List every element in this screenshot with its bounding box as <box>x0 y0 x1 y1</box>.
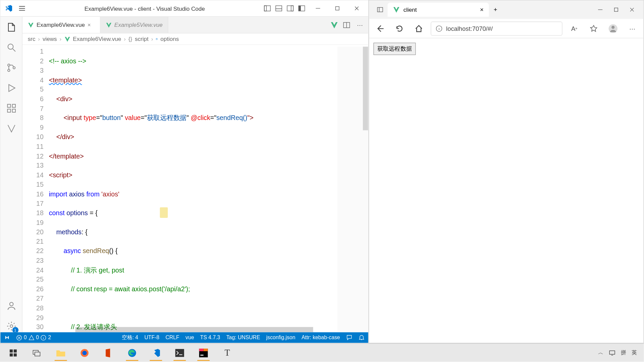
system-tray[interactable]: ︿ 拼 英 <box>598 349 641 356</box>
code-content[interactable]: <!-- axios --> <template> <div> <input t… <box>49 45 368 332</box>
minimap[interactable] <box>337 47 368 332</box>
browser-close-button[interactable] <box>624 4 640 16</box>
problems[interactable]: 0 0 2 <box>16 335 51 341</box>
maximize-button[interactable] <box>329 2 345 15</box>
firefox-icon[interactable] <box>74 345 95 361</box>
browser-tab[interactable]: client × <box>387 3 489 17</box>
tray-chevron-icon[interactable]: ︿ <box>598 349 603 356</box>
tab-label: Example6View.vue <box>37 21 85 28</box>
read-aloud-icon[interactable]: A» <box>567 21 582 36</box>
svg-rect-9 <box>336 7 339 10</box>
menu-icon[interactable] <box>17 4 27 13</box>
editor[interactable]: 1234567891011121314151617181920212223242… <box>22 45 368 332</box>
code-l6: </template> <box>49 152 84 160</box>
file-explorer-icon[interactable] <box>50 345 71 361</box>
terminal-icon[interactable] <box>169 345 190 361</box>
activity-bar: 1 <box>0 17 22 332</box>
chevron-right-icon: › <box>151 36 153 42</box>
remote-icon[interactable] <box>4 335 10 341</box>
browser-content: 获取远程数据 <box>369 38 643 343</box>
refresh-button[interactable] <box>392 21 407 36</box>
status-attr[interactable]: Attr: kebab-case <box>302 335 340 341</box>
status-lang[interactable]: vue <box>185 335 194 341</box>
status-jsconfig[interactable]: jsconfig.json <box>266 335 296 341</box>
vscode-window: Example6View.vue - client - Visual Studi… <box>0 0 369 343</box>
bell-icon[interactable] <box>359 335 365 341</box>
browser-maximize-button[interactable] <box>608 4 624 16</box>
browser-tab-title: client <box>404 6 477 13</box>
status-eol[interactable]: CRLF <box>165 335 179 341</box>
search-icon[interactable] <box>5 41 17 54</box>
breadcrumb[interactable]: src › views › Example6View.vue › {} scri… <box>22 34 368 45</box>
tab-close-icon[interactable]: × <box>88 21 95 28</box>
vscode-title: Example6View.vue - client - Visual Studi… <box>31 5 259 12</box>
fetch-remote-button[interactable]: 获取远程数据 <box>373 43 416 55</box>
debug-icon[interactable] <box>5 82 17 94</box>
feedback-icon[interactable] <box>346 335 352 341</box>
tab-label: Example5View.vue <box>114 21 163 28</box>
site-info-icon[interactable] <box>436 25 443 32</box>
tab-close-icon[interactable]: × <box>480 6 484 13</box>
vscode-taskbar-icon[interactable] <box>145 345 166 361</box>
extensions-icon[interactable] <box>5 102 17 115</box>
minimize-button[interactable] <box>310 2 326 15</box>
cursor-highlight <box>160 207 168 218</box>
more-icon[interactable]: ⋯ <box>625 21 640 36</box>
browser-tabstrip: client × + <box>369 0 643 19</box>
layout-left-icon[interactable] <box>263 4 272 13</box>
svg-rect-48 <box>35 352 40 356</box>
browser-minimize-button[interactable] <box>592 4 608 16</box>
horizontal-scrollbar[interactable] <box>75 327 313 333</box>
svg-point-15 <box>7 69 10 72</box>
settings-icon[interactable]: 1 <box>5 320 17 333</box>
svg-rect-44 <box>14 349 17 352</box>
tab-example5[interactable]: Example5View.vue <box>100 17 168 33</box>
account-icon[interactable] <box>5 300 17 312</box>
svg-rect-52 <box>175 349 184 357</box>
office-icon[interactable] <box>98 345 119 361</box>
source-control-icon[interactable] <box>5 62 17 74</box>
new-tab-button[interactable]: + <box>489 3 502 16</box>
status-spaces[interactable]: 空格: 4 <box>122 334 138 341</box>
ime-lang[interactable]: 英 <box>632 349 637 356</box>
status-encoding[interactable]: UTF-8 <box>144 335 159 341</box>
address-bar[interactable]: localhost:7070/#/ <box>431 21 562 36</box>
minimap-slider[interactable] <box>363 47 368 130</box>
status-tag[interactable]: Tag: UNSURE <box>226 335 260 341</box>
ime-indicator[interactable]: 拼 <box>621 349 626 356</box>
layout-right-icon[interactable] <box>285 4 295 13</box>
crumb-file[interactable]: Example6View.vue <box>73 36 121 42</box>
back-button[interactable] <box>373 21 388 36</box>
intellij-icon[interactable] <box>193 345 214 361</box>
svg-point-42 <box>611 25 614 28</box>
more-icon[interactable]: ⋯ <box>355 20 365 30</box>
text-icon[interactable]: T <box>217 345 238 361</box>
edge-icon[interactable] <box>121 345 143 361</box>
crumb-script[interactable]: script <box>135 36 149 42</box>
volar-icon[interactable] <box>5 122 17 135</box>
svg-rect-7 <box>299 6 301 11</box>
close-button[interactable] <box>349 2 365 15</box>
profile-icon[interactable] <box>605 21 621 36</box>
start-button[interactable] <box>3 345 24 361</box>
code-l3: <div> <box>56 95 72 103</box>
svg-rect-43 <box>10 349 13 352</box>
favorite-icon[interactable] <box>586 21 601 36</box>
crumb-options[interactable]: options <box>160 36 179 42</box>
crumb-views[interactable]: views <box>43 36 57 42</box>
status-ts[interactable]: TS 4.7.3 <box>200 335 220 341</box>
svg-point-23 <box>10 325 13 327</box>
svg-rect-1 <box>264 6 267 11</box>
svg-point-12 <box>8 44 13 49</box>
tab-actions-icon[interactable] <box>373 2 388 17</box>
explorer-icon[interactable] <box>5 21 17 34</box>
network-icon[interactable] <box>609 350 616 356</box>
tab-example6[interactable]: Example6View.vue × <box>22 17 100 33</box>
svg-point-16 <box>13 67 15 69</box>
task-view-icon[interactable] <box>26 345 48 361</box>
crumb-src[interactable]: src <box>28 36 36 42</box>
layout-bottom-icon[interactable] <box>274 4 284 13</box>
split-editor-icon[interactable] <box>342 20 352 30</box>
home-button[interactable] <box>411 21 426 36</box>
layout-panel-icon[interactable] <box>297 4 307 13</box>
